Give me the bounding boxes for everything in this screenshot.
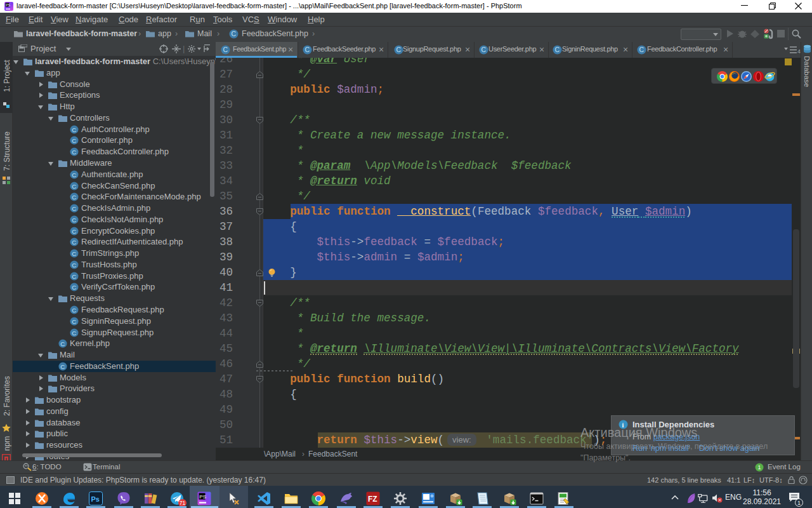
svg-text:C: C bbox=[72, 307, 76, 314]
svg-text:PS: PS bbox=[199, 494, 206, 500]
svg-text:C: C bbox=[396, 46, 402, 53]
svg-text:C: C bbox=[72, 250, 76, 257]
svg-text:FZ: FZ bbox=[368, 495, 377, 504]
svg-text:C: C bbox=[72, 182, 76, 189]
svg-text:C: C bbox=[72, 171, 76, 178]
svg-text:C: C bbox=[60, 340, 65, 347]
svg-text:C: C bbox=[72, 216, 76, 223]
svg-text:C: C bbox=[232, 30, 237, 37]
svg-text:C: C bbox=[72, 227, 76, 234]
svg-text:Ps: Ps bbox=[91, 495, 100, 503]
svg-text:C: C bbox=[72, 239, 76, 246]
svg-text:PS: PS bbox=[6, 3, 11, 7]
svg-text:C: C bbox=[481, 46, 487, 53]
svg-text:C: C bbox=[72, 318, 76, 324]
svg-text:C: C bbox=[72, 284, 76, 291]
svg-text:C: C bbox=[72, 126, 76, 133]
svg-text:C: C bbox=[223, 46, 228, 53]
svg-text:C: C bbox=[72, 262, 76, 269]
svg-text:C: C bbox=[72, 205, 76, 212]
svg-text:C: C bbox=[72, 329, 76, 336]
svg-text:1: 1 bbox=[758, 464, 761, 471]
svg-text:C: C bbox=[72, 137, 76, 144]
svg-text:C: C bbox=[60, 363, 65, 370]
svg-text:C: C bbox=[305, 46, 310, 53]
svg-text:C: C bbox=[72, 194, 76, 201]
svg-text:C: C bbox=[72, 272, 76, 279]
svg-text:C: C bbox=[639, 46, 645, 53]
svg-text:C: C bbox=[72, 149, 76, 156]
svg-text:C: C bbox=[555, 46, 560, 53]
